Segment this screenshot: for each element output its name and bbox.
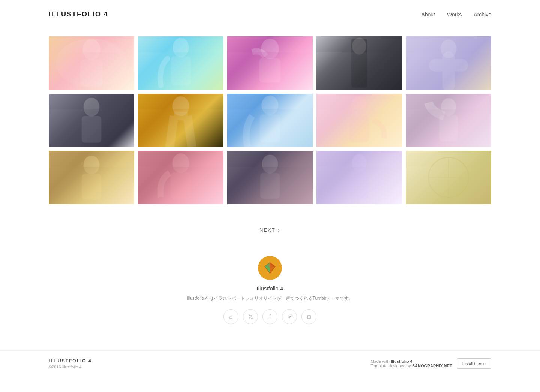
gallery-item[interactable] — [406, 36, 491, 90]
main-nav: About Works Archive — [421, 12, 491, 18]
svg-point-13 — [261, 95, 278, 115]
nav-archive[interactable]: Archive — [474, 12, 491, 18]
svg-point-10 — [84, 97, 100, 116]
svg-point-12 — [172, 96, 189, 116]
twitter-icon: 𝕏 — [248, 313, 253, 320]
svg-rect-20 — [82, 174, 101, 200]
svg-point-21 — [172, 153, 189, 173]
social-facebook[interactable]: f — [262, 309, 278, 324]
svg-rect-11 — [82, 116, 101, 142]
gallery-item[interactable] — [138, 94, 224, 147]
pinterest-icon: 𝒫 — [288, 313, 291, 320]
gallery-item[interactable] — [138, 36, 224, 90]
gallery-item[interactable] — [227, 151, 313, 204]
footer-site-title: ILLUSTFOLIO 4 — [49, 358, 92, 364]
next-label: NEXT — [260, 227, 276, 233]
gallery-item[interactable] — [316, 36, 402, 90]
svg-point-25 — [352, 154, 367, 172]
social-pinterest[interactable]: 𝒫 — [282, 309, 297, 324]
credit-name: Illustfolio 4 — [391, 359, 412, 364]
credit-prefix: Made with — [371, 359, 391, 364]
svg-rect-22 — [171, 172, 191, 199]
svg-rect-4 — [171, 56, 190, 85]
nav-about[interactable]: About — [421, 12, 435, 18]
facebook-icon: f — [269, 314, 271, 320]
gallery-item[interactable] — [227, 36, 313, 90]
svg-point-15 — [351, 96, 368, 116]
gallery-item[interactable] — [406, 151, 491, 204]
svg-point-8 — [352, 38, 366, 55]
svg-rect-2 — [80, 60, 102, 86]
gallery-item[interactable] — [316, 94, 402, 147]
gallery-item[interactable] — [316, 151, 402, 204]
instagram-icon: ◻ — [307, 314, 311, 319]
footer-left: ILLUSTFOLIO 4 ©2016 Illustfolio 4 — [49, 358, 92, 369]
nav-works[interactable]: Works — [447, 12, 462, 18]
social-links: ⌂ 𝕏 f 𝒫 ◻ — [224, 309, 316, 324]
svg-point-5 — [261, 39, 279, 59]
pagination: NEXT › — [0, 219, 540, 248]
svg-rect-6 — [260, 58, 281, 82]
page-footer: ILLUSTFOLIO 4 ©2016 Illustfolio 4 Made w… — [0, 350, 540, 377]
next-button[interactable]: NEXT › — [260, 227, 280, 233]
social-instagram[interactable]: ◻ — [302, 309, 316, 324]
site-logo[interactable]: ILLUSTFOLIO 4 — [49, 10, 108, 18]
designed-prefix: Template designed by — [371, 364, 412, 368]
gallery-item[interactable] — [138, 151, 224, 204]
brand-logo — [258, 256, 282, 280]
home-icon: ⌂ — [229, 313, 233, 320]
diamond-icon — [263, 261, 277, 275]
brand-title: Illustfolio 4 — [257, 285, 284, 292]
gallery-item[interactable] — [227, 94, 313, 147]
footer-brand: Illustfolio 4 Illustfolio 4 はイラストポートフォリオ… — [0, 248, 540, 347]
gallery-item[interactable] — [49, 151, 134, 204]
gallery-item[interactable] — [406, 94, 491, 147]
svg-point-9 — [441, 39, 457, 58]
social-home[interactable]: ⌂ — [224, 309, 238, 324]
svg-point-23 — [262, 155, 278, 174]
svg-rect-26 — [350, 172, 369, 199]
svg-rect-24 — [260, 173, 280, 199]
svg-point-3 — [173, 38, 189, 57]
install-theme-button[interactable]: Install theme — [457, 358, 491, 369]
svg-point-1 — [82, 39, 100, 60]
svg-rect-18 — [439, 115, 458, 141]
svg-point-17 — [441, 98, 456, 116]
svg-rect-16 — [350, 115, 369, 142]
brand-description: Illustfolio 4 はイラストポートフォリオサイトが一瞬でつくれるTum… — [187, 295, 354, 302]
footer-copyright: ©2016 Illustfolio 4 — [49, 365, 92, 369]
gallery-item[interactable] — [49, 94, 134, 147]
svg-point-19 — [84, 156, 100, 174]
social-twitter[interactable]: 𝕏 — [243, 309, 258, 324]
designed-name: SANOGRAPHIX.NET — [412, 364, 452, 368]
chevron-right-icon: › — [278, 227, 280, 233]
footer-right: Made with Illustfolio 4 Template designe… — [371, 358, 491, 369]
gallery-item[interactable] — [49, 36, 134, 90]
footer-credit: Made with Illustfolio 4 Template designe… — [371, 359, 452, 368]
svg-rect-14 — [260, 114, 280, 142]
gallery-grid — [0, 29, 540, 219]
